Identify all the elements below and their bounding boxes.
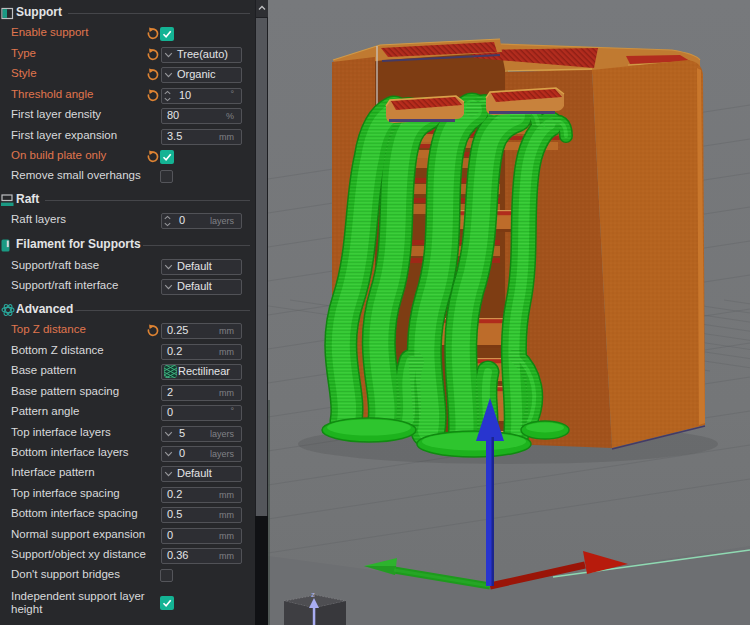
svg-text:z: z [311,590,315,599]
